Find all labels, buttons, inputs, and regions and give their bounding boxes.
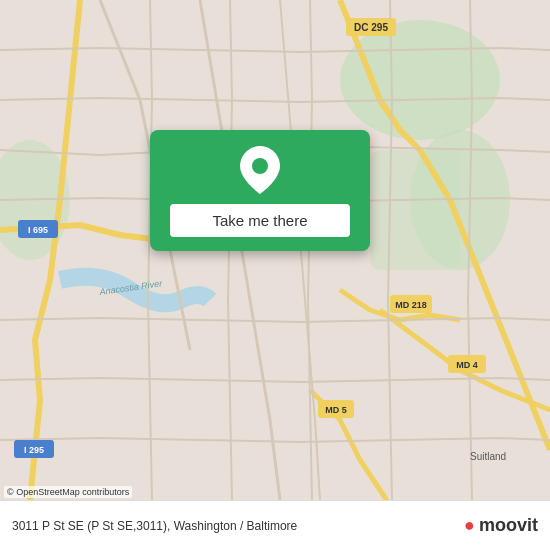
moovit-text: moovit bbox=[479, 515, 538, 536]
moovit-logo: ● moovit bbox=[464, 515, 538, 536]
svg-text:MD 5: MD 5 bbox=[325, 405, 347, 415]
take-me-there-button[interactable]: Take me there bbox=[170, 204, 350, 237]
map-pin-icon bbox=[240, 146, 280, 194]
svg-point-1 bbox=[340, 20, 500, 140]
svg-text:I 695: I 695 bbox=[28, 225, 48, 235]
svg-point-20 bbox=[252, 158, 268, 174]
address-text: 3011 P St SE (P St SE,3011), Washington … bbox=[12, 519, 464, 533]
moovit-dot: ● bbox=[464, 515, 475, 536]
map-container: DC 295 I 695 I 295 MD 4 MD 218 MD 5 Anac… bbox=[0, 0, 550, 500]
svg-text:MD 4: MD 4 bbox=[456, 360, 478, 370]
svg-text:DC 295: DC 295 bbox=[354, 22, 388, 33]
osm-attribution: © OpenStreetMap contributors bbox=[4, 486, 132, 498]
svg-text:Suitland: Suitland bbox=[470, 451, 506, 462]
svg-text:MD 218: MD 218 bbox=[395, 300, 427, 310]
bottom-bar: 3011 P St SE (P St SE,3011), Washington … bbox=[0, 500, 550, 550]
svg-text:I 295: I 295 bbox=[24, 445, 44, 455]
svg-rect-4 bbox=[370, 150, 460, 270]
location-card: Take me there bbox=[150, 130, 370, 251]
